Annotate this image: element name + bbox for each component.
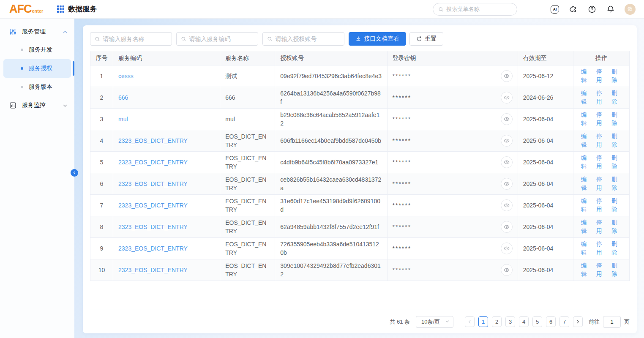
sidebar-group-label: 服务监控 <box>22 101 63 109</box>
show-password-button[interactable] <box>501 92 513 104</box>
table-row: 72323_EOS_DICT_ENTRYEOS_DICT_ENTRY31e60d… <box>90 195 630 216</box>
sidebar-collapse-toggle[interactable] <box>71 169 78 177</box>
disable-link[interactable]: 停用 <box>596 197 606 214</box>
plugin-puzzle-icon[interactable] <box>569 5 578 14</box>
delete-link[interactable]: 删除 <box>611 111 622 128</box>
edit-link[interactable]: 编辑 <box>581 89 591 106</box>
ai-assistant-icon[interactable]: AI <box>550 5 559 14</box>
show-password-button[interactable] <box>501 156 513 168</box>
sidebar-item-service-dev[interactable]: 服务开发 <box>3 41 71 59</box>
edit-link[interactable]: 编辑 <box>581 175 591 192</box>
goto-page-input[interactable] <box>603 316 621 328</box>
delete-link[interactable]: 删除 <box>611 132 622 149</box>
disable-link[interactable]: 停用 <box>596 218 606 235</box>
service-code-link[interactable]: 2323_EOS_DICT_ENTRY <box>118 224 188 230</box>
auth-account-cell: c4dfb9b64f5c45f8b6f70aa0973327e1 <box>275 152 387 173</box>
service-code-link[interactable]: 2323_EOS_DICT_ENTRY <box>118 137 188 144</box>
service-name-input[interactable] <box>103 35 167 42</box>
delete-link[interactable]: 删除 <box>611 262 622 278</box>
eye-icon <box>504 73 510 79</box>
logo-text-main: AFC <box>9 3 32 15</box>
service-code-link[interactable]: 2323_EOS_DICT_ENTRY <box>118 245 188 252</box>
disable-link[interactable]: 停用 <box>596 154 606 171</box>
notifications-bell-icon[interactable] <box>606 5 615 14</box>
show-password-button[interactable] <box>501 70 513 82</box>
sidebar-item-service-version[interactable]: 服务版本 <box>3 78 71 96</box>
service-code-link[interactable]: 666 <box>118 94 128 101</box>
show-password-button[interactable] <box>501 243 513 254</box>
edit-link[interactable]: 编辑 <box>581 154 591 171</box>
disable-link[interactable]: 停用 <box>596 89 606 106</box>
search-icon <box>267 36 272 42</box>
auth-account-cell: 726355905eeb4b339a6de5104135120b <box>275 238 387 259</box>
user-avatar[interactable]: 数 <box>625 4 636 15</box>
disable-link[interactable]: 停用 <box>596 175 606 192</box>
sidebar-group-service-monitor[interactable]: 服务监控 <box>0 96 74 114</box>
edit-link[interactable]: 编辑 <box>581 240 591 257</box>
password-mask: ****** <box>393 201 412 210</box>
edit-link[interactable]: 编辑 <box>581 132 591 149</box>
service-code-filter[interactable] <box>176 32 258 46</box>
delete-link[interactable]: 删除 <box>611 68 622 84</box>
delete-link[interactable]: 删除 <box>611 218 622 235</box>
service-name-cell: EOS_DICT_ENTRY <box>220 130 275 152</box>
service-code-input[interactable] <box>189 35 254 42</box>
auth-account-cell: 09e92f79ed70453296c3ab64fec8e4e3 <box>275 65 387 87</box>
password-mask: ****** <box>393 72 412 80</box>
eye-icon <box>504 267 510 273</box>
show-password-button[interactable] <box>501 178 513 190</box>
delete-link[interactable]: 删除 <box>611 175 622 192</box>
service-code-cell: 2323_EOS_DICT_ENTRY <box>113 173 220 195</box>
disable-link[interactable]: 停用 <box>596 111 606 128</box>
service-code-link[interactable]: 2323_EOS_DICT_ENTRY <box>118 180 188 187</box>
disable-link[interactable]: 停用 <box>596 262 606 278</box>
service-name-cell: EOS_DICT_ENTRY <box>220 259 275 281</box>
show-password-button[interactable] <box>501 264 513 276</box>
page-number-button[interactable]: 5 <box>532 316 542 327</box>
chevron-left-icon <box>72 171 76 175</box>
delete-link[interactable]: 删除 <box>611 240 622 257</box>
delete-link[interactable]: 删除 <box>611 197 622 214</box>
help-icon[interactable] <box>587 5 597 14</box>
page-number-button[interactable]: 7 <box>559 316 569 327</box>
show-password-button[interactable] <box>501 199 513 211</box>
service-code-link[interactable]: 2323_EOS_DICT_ENTRY <box>118 159 188 166</box>
disable-link[interactable]: 停用 <box>596 240 606 257</box>
page-number-button[interactable]: 4 <box>519 316 529 327</box>
edit-link[interactable]: 编辑 <box>581 262 591 278</box>
service-name-filter[interactable] <box>90 32 172 46</box>
page-number-button[interactable]: 3 <box>505 316 515 327</box>
sidebar-group-service-management[interactable]: 服务管理 <box>0 23 74 41</box>
page-number-button[interactable]: 6 <box>546 316 556 327</box>
page-number-button[interactable]: 2 <box>492 316 502 327</box>
login-key-cell: ****** <box>387 130 518 152</box>
reset-button[interactable]: 重置 <box>409 32 443 46</box>
edit-link[interactable]: 编辑 <box>581 111 591 128</box>
menu-search-input[interactable] <box>446 6 512 12</box>
next-page-button[interactable] <box>573 316 583 327</box>
menu-search[interactable] <box>433 3 517 16</box>
show-password-button[interactable] <box>501 135 513 147</box>
service-code-link[interactable]: cesss <box>118 73 134 79</box>
delete-link[interactable]: 删除 <box>611 154 622 171</box>
service-code-link[interactable]: 2323_EOS_DICT_ENTRY <box>118 267 188 273</box>
show-password-button[interactable] <box>501 113 513 125</box>
sidebar-item-service-auth[interactable]: 服务授权 <box>3 59 71 78</box>
disable-link[interactable]: 停用 <box>596 132 606 149</box>
show-password-button[interactable] <box>501 221 513 233</box>
page-size-select[interactable]: 10条/页 <box>416 316 453 328</box>
delete-link[interactable]: 删除 <box>611 89 622 106</box>
api-doc-view-button[interactable]: 接口文档查看 <box>349 32 406 46</box>
service-code-link[interactable]: mul <box>118 116 128 123</box>
auth-account-input[interactable] <box>275 35 340 42</box>
page-number-button[interactable]: 1 <box>478 316 488 327</box>
edit-link[interactable]: 编辑 <box>581 197 591 214</box>
password-mask: ****** <box>393 244 412 253</box>
edit-link[interactable]: 编辑 <box>581 218 591 235</box>
search-icon <box>181 36 186 42</box>
auth-account-filter[interactable] <box>262 32 344 46</box>
disable-link[interactable]: 停用 <box>596 68 606 84</box>
total-count-label: 共 61 条 <box>390 318 410 326</box>
service-code-link[interactable]: 2323_EOS_DICT_ENTRY <box>118 202 188 209</box>
edit-link[interactable]: 编辑 <box>581 68 591 84</box>
